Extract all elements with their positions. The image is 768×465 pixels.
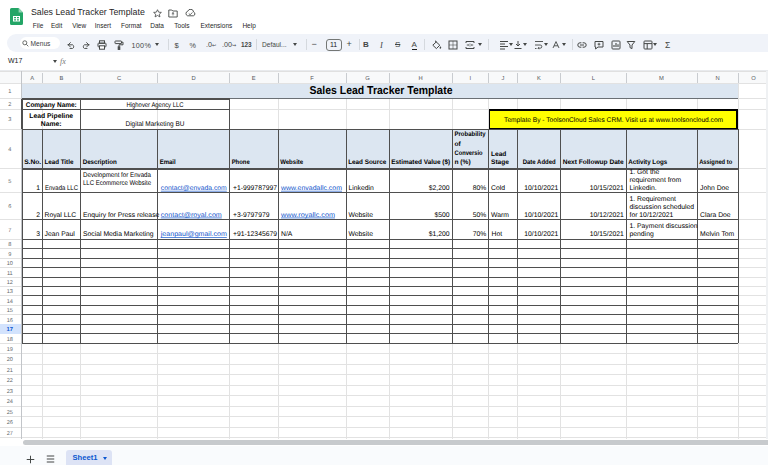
svg-text:Melvin Tom: Melvin Tom (700, 231, 735, 238)
svg-text:26: 26 (7, 420, 13, 426)
svg-text:70%: 70% (473, 231, 487, 238)
svg-text:21: 21 (7, 368, 13, 374)
svg-text:www.royallc.com: www.royallc.com (280, 212, 335, 219)
svg-text:Activity Logs: Activity Logs (628, 159, 667, 166)
svg-text:Conversio: Conversio (455, 150, 483, 157)
svg-text:10/10/2021: 10/10/2021 (524, 231, 558, 238)
svg-text:M: M (659, 76, 664, 82)
svg-text:50%: 50% (473, 212, 487, 219)
svg-text:17: 17 (7, 327, 13, 333)
svg-text:Lead Title: Lead Title (44, 159, 73, 166)
svg-text:Website: Website (280, 159, 303, 166)
svg-text:B: B (59, 76, 63, 82)
svg-text:18: 18 (7, 337, 13, 343)
svg-text:Probability: Probability (455, 131, 486, 138)
svg-text:11: 11 (7, 271, 13, 277)
svg-text:16: 16 (7, 318, 13, 324)
svg-text:80%: 80% (473, 185, 487, 192)
svg-text:J: J (502, 76, 505, 82)
svg-text:Assigned to: Assigned to (699, 159, 732, 166)
svg-text:O: O (751, 75, 756, 82)
svg-text:n (%): n (%) (455, 159, 471, 166)
svg-text:D: D (191, 76, 195, 82)
svg-text:Email: Email (160, 159, 176, 166)
svg-text:Linkedin: Linkedin (349, 185, 375, 192)
svg-text:Cold: Cold (491, 185, 505, 192)
svg-text:27: 27 (7, 431, 13, 437)
svg-text:C: C (117, 75, 121, 82)
svg-text:Hot: Hot (492, 231, 503, 238)
svg-text:1. Got the: 1. Got the (630, 169, 660, 176)
svg-text:Stage: Stage (491, 159, 509, 166)
svg-text:Clara Doe: Clara Doe (700, 212, 731, 219)
svg-text:$1,200: $1,200 (429, 230, 450, 238)
svg-text:5: 5 (8, 179, 11, 185)
svg-text:Next Followup Date: Next Followup Date (563, 159, 624, 166)
svg-text:$2,200: $2,200 (429, 184, 450, 192)
svg-text:25: 25 (7, 410, 13, 416)
svg-text:F: F (310, 76, 314, 82)
svg-text:requirement from: requirement from (630, 177, 682, 184)
svg-text:Phone: Phone (232, 159, 250, 166)
svg-text:3: 3 (36, 231, 40, 238)
svg-text:Date Added: Date Added (523, 159, 556, 166)
svg-text:Development for Envada: Development for Envada (83, 172, 151, 179)
svg-text:Description: Description (83, 159, 117, 166)
svg-text:discussion scheduled: discussion scheduled (630, 204, 695, 211)
svg-text:contact@royal.com: contact@royal.com (161, 212, 222, 219)
svg-text:Estimated Value ($): Estimated Value ($) (391, 159, 450, 166)
svg-text:1: 1 (8, 89, 11, 95)
svg-text:1: 1 (36, 185, 40, 192)
svg-text:LLC Ecommerce Website: LLC Ecommerce Website (83, 180, 151, 187)
svg-text:10/10/2021: 10/10/2021 (524, 185, 558, 192)
svg-text:jeanpaul@gmail.com: jeanpaul@gmail.com (160, 231, 227, 238)
svg-text:Linkedin.: Linkedin. (630, 185, 657, 192)
svg-text:Company Name:: Company Name: (26, 102, 77, 109)
svg-text:Royal LLC: Royal LLC (45, 212, 77, 219)
svg-text:22: 22 (7, 378, 13, 384)
svg-text:Enquiry for Press release: Enquiry for Press release (83, 212, 160, 219)
svg-text:N: N (715, 76, 719, 82)
svg-text:1. Requirement: 1. Requirement (630, 196, 677, 203)
svg-text:Jean Paul: Jean Paul (45, 231, 76, 238)
svg-text:Template By - ToolsonCloud Sal: Template By - ToolsonCloud Sales CRM. Vi… (504, 117, 723, 124)
svg-text:Sales Lead Tracker Template: Sales Lead Tracker Template (310, 85, 453, 97)
svg-text:1. Payment discussion: 1. Payment discussion (630, 223, 698, 230)
svg-text:19: 19 (7, 347, 13, 353)
svg-text:Lead: Lead (491, 151, 506, 158)
svg-text:Website: Website (349, 212, 374, 219)
svg-text:Envada LLC: Envada LLC (45, 185, 78, 192)
svg-text:+1-999787997: +1-999787997 (233, 185, 277, 192)
svg-text:24: 24 (7, 399, 13, 405)
svg-text:Name:: Name: (41, 121, 62, 128)
svg-text:A: A (30, 76, 34, 82)
svg-text:10/12/2021: 10/12/2021 (590, 212, 624, 219)
svg-text:pending: pending (630, 231, 654, 238)
svg-text:of: of (455, 141, 462, 148)
svg-text:for 10/12/2021: for 10/12/2021 (630, 212, 674, 219)
svg-text:2: 2 (8, 102, 11, 108)
svg-text:10/15/2021: 10/15/2021 (590, 231, 624, 238)
svg-text:E: E (252, 76, 256, 82)
svg-text:Digital Marketing BU: Digital Marketing BU (126, 121, 185, 128)
svg-text:Lead Pipeline: Lead Pipeline (29, 113, 73, 120)
svg-text:Lead Source: Lead Source (348, 159, 386, 166)
svg-text:www.envadallc.com: www.envadallc.com (280, 185, 342, 192)
svg-text:N/A: N/A (281, 231, 293, 238)
svg-text:4: 4 (8, 147, 11, 153)
svg-text:13: 13 (7, 289, 13, 295)
svg-text:23: 23 (7, 389, 13, 395)
svg-text:10: 10 (7, 261, 13, 267)
svg-text:contact@envada.com: contact@envada.com (161, 185, 227, 192)
svg-text:John Doe: John Doe (700, 185, 729, 192)
svg-text:S.No.: S.No. (24, 159, 41, 166)
svg-text:Website: Website (349, 231, 374, 238)
svg-text:3: 3 (8, 117, 11, 123)
svg-text:Warm: Warm (491, 212, 509, 219)
svg-text:+91-12345679: +91-12345679 (233, 231, 277, 238)
svg-text:Social Media Marketing: Social Media Marketing (83, 231, 154, 238)
svg-text:15: 15 (7, 308, 13, 314)
svg-text:Highover Agency LLC: Highover Agency LLC (127, 102, 184, 109)
svg-text:10/15/2021: 10/15/2021 (590, 185, 624, 192)
svg-text:7: 7 (8, 228, 11, 234)
